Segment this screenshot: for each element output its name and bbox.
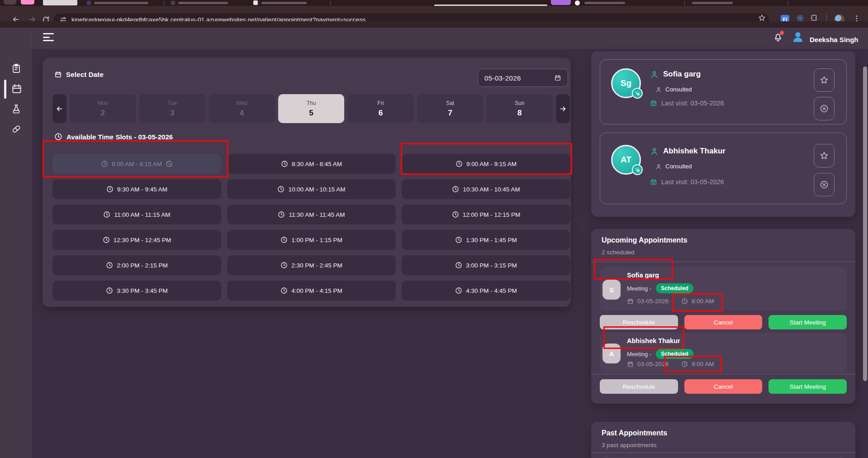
flask-icon — [11, 104, 22, 114]
next-week-button[interactable] — [556, 94, 570, 123]
patient-initials: AT — [621, 155, 631, 165]
person-icon — [655, 163, 662, 170]
extensions-puzzle-icon[interactable] — [811, 14, 818, 22]
tab-title-fragment — [692, 2, 733, 4]
arrow-right-icon — [559, 105, 567, 113]
sidebar-item-appointments[interactable] — [11, 83, 22, 94]
status-badge: Scheduled — [656, 283, 693, 293]
menu-toggle-button[interactable] — [43, 33, 54, 42]
time-slot[interactable]: 12:00 PM - 12:15 PM — [402, 205, 570, 224]
start-meeting-button[interactable]: Start Meeting — [768, 379, 847, 394]
time-slot[interactable]: 8:30 AM - 8:45 AM — [227, 154, 396, 174]
tab-favicon — [253, 0, 258, 5]
patient-initials: Sg — [621, 78, 631, 88]
slot-label: 12:00 PM - 12:15 PM — [463, 211, 521, 218]
clock-icon — [455, 262, 462, 269]
time-slot[interactable]: 4:00 PM - 4:15 PM — [227, 281, 396, 301]
time-slot[interactable]: 2:00 PM - 2:15 PM — [52, 255, 221, 275]
slot-label: 9:30 AM - 9:45 AM — [117, 186, 167, 193]
day-card-mon[interactable]: Mon2 — [70, 94, 136, 123]
tab-divider — [164, 1, 164, 5]
tab-title-fragment — [261, 2, 307, 4]
time-slot[interactable]: 12:30 PM - 12:45 PM — [52, 230, 221, 250]
bookmark-star-icon[interactable] — [758, 14, 766, 22]
time-slot[interactable]: 3:30 PM - 3:45 PM — [52, 281, 221, 301]
past-subtitle: 3 past appointments — [602, 442, 657, 448]
slot-label: 3:00 PM - 3:15 PM — [466, 262, 517, 269]
upcoming-subtitle: 2 scheduled — [602, 249, 635, 256]
day-card-tue[interactable]: Tue3 — [139, 94, 206, 123]
time-slot[interactable]: 10:30 AM - 10:45 AM — [402, 179, 570, 199]
sidebar-item-lab[interactable] — [11, 104, 22, 114]
annotation-box-8am-time — [672, 293, 723, 312]
favorite-patient-button[interactable] — [814, 68, 835, 92]
slot-label: 2:30 PM - 2:45 PM — [291, 262, 342, 269]
day-number: 5 — [309, 109, 313, 118]
date-picker-calendar-icon[interactable] — [554, 74, 561, 81]
annotation-box-sofia-name — [594, 259, 673, 280]
time-slot[interactable]: 9:30 AM - 9:45 AM — [52, 179, 221, 199]
time-slot[interactable]: 2:30 PM - 2:45 PM — [227, 255, 396, 275]
previous-week-button[interactable] — [52, 94, 66, 123]
screen: kineticedgeqaui-gkd4eqdbfcaxe5hk.central… — [0, 0, 868, 458]
appointment-initial: S — [609, 286, 614, 294]
date-value[interactable]: 05-03-2026 — [484, 74, 554, 82]
app-header — [0, 28, 868, 49]
calendar-check-icon — [650, 100, 657, 107]
time-slot[interactable]: 1:30 PM - 1:45 PM — [402, 230, 570, 250]
day-card-sat[interactable]: Sat7 — [417, 94, 484, 123]
cancel-button[interactable]: Cancel — [684, 379, 763, 394]
appointment-type: Meeting - — [627, 351, 651, 358]
clock-icon — [455, 287, 462, 294]
x-circle-icon — [820, 104, 829, 113]
clock-icon — [103, 236, 110, 243]
clock-icon — [280, 236, 288, 243]
clock-icon — [106, 186, 114, 193]
day-name: Thu — [307, 100, 316, 106]
sidebar-item-records[interactable] — [11, 63, 22, 74]
divider — [591, 374, 855, 374]
capsule-icon — [11, 124, 22, 134]
patient-card: Sg Sofia garg Consulted Last visit: 03-0… — [600, 59, 847, 124]
week-day-selector: Mon2 Tue3 Wed4 Thu5 Fri6 Sat7 Sun8 — [52, 94, 570, 123]
remove-patient-button[interactable] — [814, 173, 835, 196]
appointment-actions: Reschedule Cancel Start Meeting — [600, 379, 847, 394]
day-card-wed[interactable]: Wed4 — [209, 94, 275, 123]
person-icon — [650, 147, 659, 156]
remove-patient-button[interactable] — [814, 97, 835, 120]
user-avatar-icon[interactable] — [791, 30, 805, 44]
start-meeting-button[interactable]: Start Meeting — [768, 315, 847, 329]
sidebar-item-pharmacy[interactable] — [11, 124, 22, 134]
cancel-button[interactable]: Cancel — [684, 315, 763, 329]
slot-label: 3:30 PM - 3:45 PM — [117, 287, 168, 294]
clock-icon — [452, 211, 459, 218]
day-card-fri[interactable]: Fri6 — [347, 94, 414, 123]
slot-label: 10:30 AM - 10:45 AM — [463, 186, 520, 193]
time-slot[interactable]: 3:00 PM - 3:15 PM — [402, 255, 570, 275]
browser-toolbar: kineticedgeqaui-gkd4eqdbfcaxe5hk.central… — [0, 6, 868, 21]
annotation-box-9am-time — [664, 356, 722, 372]
favorite-patient-button[interactable] — [814, 144, 835, 167]
day-card-thu-selected[interactable]: Thu5 — [278, 94, 345, 123]
annotation-box-slot-8am — [43, 140, 228, 177]
day-card-sun[interactable]: Sun8 — [486, 94, 553, 123]
date-input[interactable]: 05-03-2026 — [478, 69, 568, 87]
time-slot[interactable]: 11:30 AM - 11:45 AM — [227, 205, 396, 224]
appointment-date: 03-05-2026 — [637, 298, 669, 305]
clock-icon — [106, 262, 113, 269]
patients-panel: Sg Sofia garg Consulted Last visit: 03-0… — [591, 51, 855, 217]
day-number: 6 — [379, 109, 383, 118]
page-scrollbar-thumb[interactable] — [863, 67, 867, 381]
time-slot[interactable]: 10:00 AM - 10:15 AM — [227, 179, 396, 199]
time-slot[interactable]: 11:00 AM - 11:15 AM — [52, 205, 221, 224]
day-number: 2 — [101, 109, 105, 118]
time-slot[interactable]: 1:00 PM - 1:15 PM — [227, 230, 396, 250]
user-name[interactable]: Deeksha Singh — [810, 36, 859, 43]
past-title: Past Appointments — [602, 429, 667, 437]
active-tab-fragment[interactable] — [43, 0, 77, 5]
notification-bell-icon[interactable] — [773, 32, 784, 43]
day-number: 8 — [517, 109, 522, 118]
reschedule-button[interactable]: Reschedule — [600, 379, 678, 394]
calendar-icon — [54, 71, 62, 78]
time-slot[interactable]: 4:30 PM - 4:45 PM — [402, 281, 570, 301]
